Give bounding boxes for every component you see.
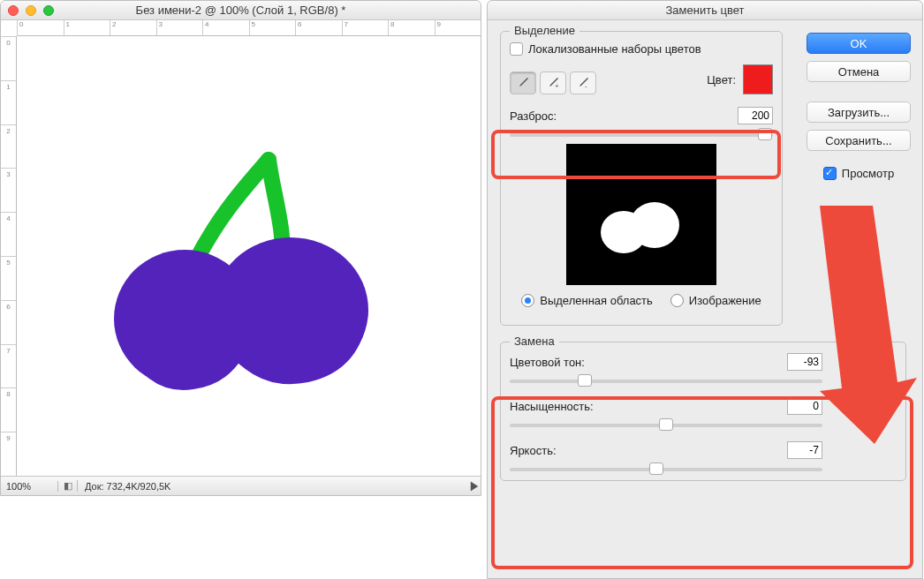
replace-color-dialog: Заменить цвет Выделение Локализованные н… — [487, 0, 923, 579]
zoom-level[interactable]: 100% — [1, 481, 58, 492]
replace-legend: Замена — [510, 335, 559, 348]
cancel-button[interactable]: Отмена — [807, 61, 911, 82]
canvas[interactable] — [17, 36, 481, 476]
radio-icon — [521, 294, 534, 307]
ruler-horizontal[interactable]: 0123456789 — [17, 20, 481, 36]
eyedropper-minus-icon: - — [576, 76, 590, 90]
radio-icon — [670, 294, 684, 307]
preview-checkbox-row[interactable]: Просмотр — [823, 167, 894, 180]
document-window: Без имени-2 @ 100% (Слой 1, RGB/8) * 012… — [0, 0, 481, 496]
lightness-label: Яркость: — [510, 444, 557, 457]
doc-info: Док: 732,4K/920,5K — [78, 481, 468, 492]
radio-selected-area[interactable]: Выделенная область — [521, 294, 653, 307]
hue-label: Цветовой тон: — [510, 356, 585, 369]
lightness-input[interactable]: -7 — [787, 441, 822, 459]
saturation-slider[interactable] — [510, 424, 822, 427]
eyedropper-plus-button[interactable]: + — [540, 71, 566, 94]
preview-checkbox[interactable] — [823, 167, 837, 180]
chevron-right-icon[interactable] — [468, 480, 481, 493]
fuzziness-label: Разброс: — [510, 109, 557, 123]
dialog-buttons: OK Отмена Загрузить... Сохранить... Прос… — [806, 33, 912, 180]
ruler-vertical[interactable]: 0123456789 — [1, 36, 17, 476]
svg-text:-: - — [585, 82, 587, 90]
statusbar-icon[interactable]: ◧ — [58, 480, 78, 492]
source-color-swatch[interactable] — [743, 64, 773, 94]
ok-button[interactable]: OK — [807, 33, 911, 54]
eyedropper-button[interactable] — [510, 71, 536, 94]
doc-title: Без имени-2 @ 100% (Слой 1, RGB/8) * — [1, 4, 481, 17]
selection-preview — [566, 144, 716, 285]
callout-arrow-icon — [793, 197, 917, 444]
svg-text:+: + — [555, 82, 559, 90]
lightness-slider[interactable] — [510, 468, 822, 471]
selection-fieldset: Выделение Локализованные наборы цветов +… — [500, 31, 783, 326]
hue-slider[interactable] — [510, 380, 822, 383]
cherry-artwork — [17, 36, 476, 476]
fuzziness-input[interactable]: 200 — [738, 107, 773, 124]
radio-image[interactable]: Изображение — [670, 294, 761, 307]
selection-legend: Выделение — [510, 24, 579, 37]
dialog-titlebar[interactable]: Заменить цвет — [488, 1, 922, 20]
load-button[interactable]: Загрузить... — [807, 102, 911, 123]
eyedropper-plus-icon: + — [546, 76, 560, 90]
eyedropper-minus-button[interactable]: - — [570, 71, 596, 94]
fuzziness-slider[interactable] — [510, 133, 773, 137]
statusbar: 100% ◧ Док: 732,4K/920,5K — [1, 476, 481, 495]
color-label: Цвет: — [707, 73, 736, 86]
svg-point-5 — [630, 202, 679, 248]
doc-titlebar[interactable]: Без имени-2 @ 100% (Слой 1, RGB/8) * — [1, 1, 481, 20]
save-button[interactable]: Сохранить... — [807, 130, 911, 151]
eyedropper-icon — [516, 76, 530, 90]
saturation-label: Насыщенность: — [510, 400, 594, 413]
dialog-title: Заменить цвет — [488, 4, 922, 17]
localized-checkbox[interactable] — [510, 42, 523, 56]
localized-label: Локализованные наборы цветов — [528, 42, 701, 56]
